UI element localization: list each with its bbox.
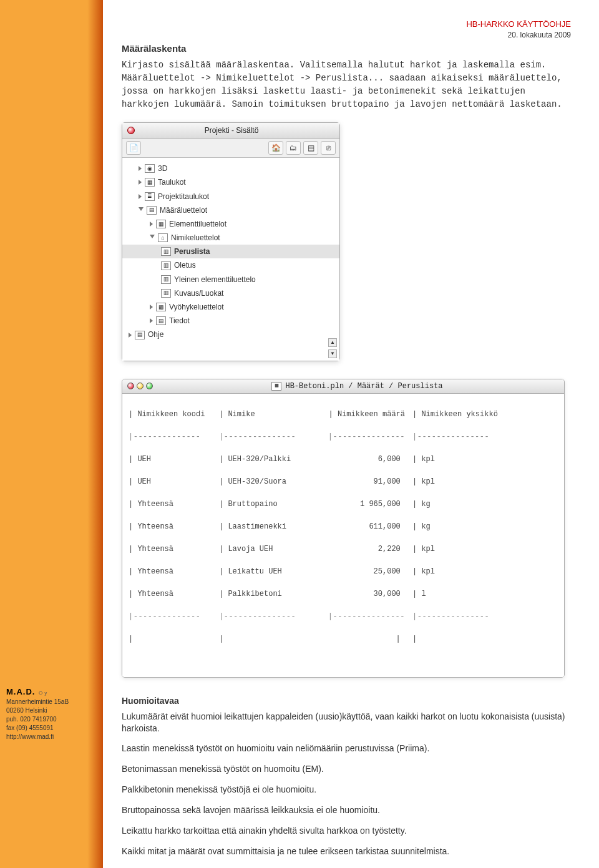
- tree-label: Nimikeluettelot: [171, 233, 220, 243]
- tree-view: ◉3D ▦Taulukot ≣Projektitaulukot ▤Määrälu…: [122, 158, 339, 360]
- notes-title: Huomioitavaa: [122, 695, 571, 707]
- addr-line: Mannerheimintie 15aB: [6, 698, 103, 706]
- tree-label: Tiedot: [169, 316, 190, 326]
- folder-icon[interactable]: 🗂: [286, 141, 301, 155]
- tree-label: Projektitaulukot: [158, 192, 209, 202]
- note-paragraph: Bruttopainossa sekä lavojen määrissä lei…: [122, 804, 571, 816]
- tree-item-kuvaus[interactable]: ▥Kuvaus/Luokat: [122, 286, 339, 300]
- scroll-down-icon[interactable]: ▼: [328, 349, 337, 358]
- zone-icon: ▩: [156, 303, 166, 311]
- addr-line: 00260 Helsinki: [6, 706, 103, 715]
- layout-icon[interactable]: ▤: [303, 141, 318, 155]
- disclosure-triangle-icon[interactable]: [139, 166, 142, 171]
- tel-line: puh. 020 7419700: [6, 715, 103, 724]
- tree-item-tiedot[interactable]: ▤Tiedot: [122, 314, 339, 328]
- tree-item-taulukot[interactable]: ▦Taulukot: [122, 175, 339, 189]
- fax-line: fax (09) 4555091: [6, 724, 103, 733]
- divider-row: |--------------|---------------|--------…: [129, 431, 558, 442]
- help-icon: ▤: [135, 331, 145, 339]
- doc-header: HB-HARKKO KÄYTTÖOHJE 20. lokakuuta 2009: [122, 19, 571, 40]
- table-row: | UEH| UEH-320/Suora91,000 | kpl: [129, 476, 558, 487]
- doc-title: HB-HARKKO KÄYTTÖOHJE: [122, 19, 571, 30]
- close-icon[interactable]: [127, 127, 135, 134]
- section-title: Määrälaskenta: [122, 42, 571, 55]
- component-icon: ⌂: [158, 233, 168, 242]
- tree-item-ohje[interactable]: ▤Ohje: [122, 328, 339, 341]
- tree-label: Vyöhykeluettelot: [169, 302, 224, 312]
- sidebar: M.A.D. Oy Mannerheimintie 15aB 00260 Hel…: [0, 0, 103, 868]
- palette-title: Projekti - Sisältö: [141, 125, 322, 135]
- new-document-icon[interactable]: 📄: [126, 141, 141, 155]
- close-icon[interactable]: [127, 383, 134, 389]
- tree-item-elementtiluettelot[interactable]: ▦Elementtiluettelot: [122, 217, 339, 231]
- scroll-arrows: ▲ ▼: [328, 338, 337, 358]
- disclosure-triangle-icon[interactable]: [150, 235, 155, 241]
- disclosure-triangle-icon[interactable]: [129, 333, 132, 338]
- palette-titlebar: Projekti - Sisältö: [122, 123, 339, 139]
- disclosure-triangle-icon[interactable]: [139, 180, 142, 185]
- doc-date: 20. lokakuuta 2009: [122, 30, 571, 40]
- tree-label: Taulukot: [158, 177, 186, 187]
- page-icon: ▥: [161, 289, 171, 298]
- page-icon: ▥: [161, 275, 171, 284]
- intro-paragraph: Kirjasto sisältää määrälaskentaa. Valits…: [122, 59, 571, 111]
- tree-label: Yleinen elementtiluettelo: [174, 275, 256, 285]
- list-window: ▦HB-Betoni.pln / Määrät / Peruslista | N…: [122, 379, 565, 678]
- tree-item-peruslista[interactable]: ▥Peruslista: [122, 245, 339, 258]
- navigator-palette: Projekti - Sisältö 📄 🏠 🗂 ▤ ⎚ ◉3D ▦Tauluk…: [122, 122, 340, 361]
- tree-item-yleinen[interactable]: ▥Yleinen elementtiluettelo: [122, 273, 339, 286]
- tree-item-projektitaulukot[interactable]: ≣Projektitaulukot: [122, 190, 339, 203]
- col-header: Nimikkeen koodi: [137, 410, 205, 419]
- table-row: | Yhteensä| Bruttopaino1 965,000 | kg: [129, 499, 558, 510]
- listwin-titlebar: ▦HB-Betoni.pln / Määrät / Peruslista: [122, 379, 564, 394]
- view-icon[interactable]: ⎚: [321, 141, 336, 155]
- list-icon: ≣: [145, 192, 155, 201]
- zoom-icon[interactable]: [146, 383, 153, 389]
- company-name: M.A.D.: [6, 687, 35, 696]
- note-paragraph: Palkkibetonin menekissä työstöjä ei ole …: [122, 784, 571, 796]
- company-suffix: Oy: [39, 690, 49, 696]
- page-icon: ▥: [161, 261, 171, 270]
- tree-label: Oletus: [174, 260, 196, 270]
- table-row: | Yhteensä| Laastimenekki611,000 | kg: [129, 521, 558, 532]
- main-content: HB-HARKKO KÄYTTÖOHJE 20. lokakuuta 2009 …: [103, 0, 599, 868]
- divider-row: |--------------|---------------|--------…: [129, 611, 558, 622]
- element-icon: ▦: [156, 220, 166, 228]
- tree-label: Kuvaus/Luokat: [174, 288, 223, 298]
- palette-toolbar: 📄 🏠 🗂 ▤ ⎚: [122, 139, 339, 158]
- document-icon: ▦: [271, 382, 281, 391]
- tree-label: Elementtiluettelot: [169, 219, 226, 229]
- col-header: Nimike: [228, 410, 255, 419]
- disclosure-triangle-icon[interactable]: [139, 194, 142, 199]
- table-row: ||| |: [129, 633, 558, 645]
- tree-label: Ohje: [148, 329, 163, 339]
- table-header-row: | Nimikkeen koodi| Nimike| Nimikkeen mää…: [129, 409, 558, 420]
- table-row: | Yhteensä| Palkkibetoni30,000 | l: [129, 588, 558, 600]
- home-icon[interactable]: 🏠: [268, 141, 283, 155]
- minimize-icon[interactable]: [137, 383, 144, 389]
- listwin-body: | Nimikkeen koodi| Nimike| Nimikkeen mää…: [122, 394, 564, 677]
- tree-item-maaraluettelot[interactable]: ▤Määräluettelot: [122, 203, 339, 217]
- tree-item-vyohyke[interactable]: ▩Vyöhykeluettelot: [122, 300, 339, 314]
- disclosure-triangle-icon[interactable]: [139, 207, 144, 213]
- view-icon: ◉: [145, 164, 155, 173]
- col-header: Nimikkeen määrä: [338, 410, 405, 419]
- table-row: | UEH| UEH-320/Palkki6,000 | kpl: [129, 454, 558, 465]
- scroll-up-icon[interactable]: ▲: [328, 338, 337, 347]
- tree-item-oletus[interactable]: ▥Oletus: [122, 258, 339, 272]
- tree-label: Määräluettelot: [160, 205, 207, 215]
- note-paragraph: Leikattu harkko tarkoittaa että ainakin …: [122, 825, 571, 837]
- table-icon: ▦: [145, 178, 155, 187]
- tree-item-3d[interactable]: ◉3D: [122, 162, 339, 175]
- note-paragraph: Kaikki mitat ja määrät ovat summittaisia…: [122, 846, 571, 857]
- disclosure-triangle-icon[interactable]: [150, 222, 153, 227]
- tree-label: 3D: [158, 163, 167, 173]
- tree-item-nimikeluettelot[interactable]: ⌂Nimikeluettelot: [122, 231, 339, 245]
- disclosure-triangle-icon[interactable]: [150, 318, 153, 323]
- list-icon: ▤: [147, 206, 157, 215]
- listwin-title: ▦HB-Betoni.pln / Määrät / Peruslista: [155, 381, 559, 391]
- disclosure-triangle-icon[interactable]: [150, 305, 153, 310]
- col-header: Nimikkeen yksikkö: [421, 410, 497, 419]
- table-row: | Yhteensä| Leikattu UEH25,000 | kpl: [129, 566, 558, 577]
- table-row: | Yhteensä| Lavoja UEH2,220 | kpl: [129, 544, 558, 555]
